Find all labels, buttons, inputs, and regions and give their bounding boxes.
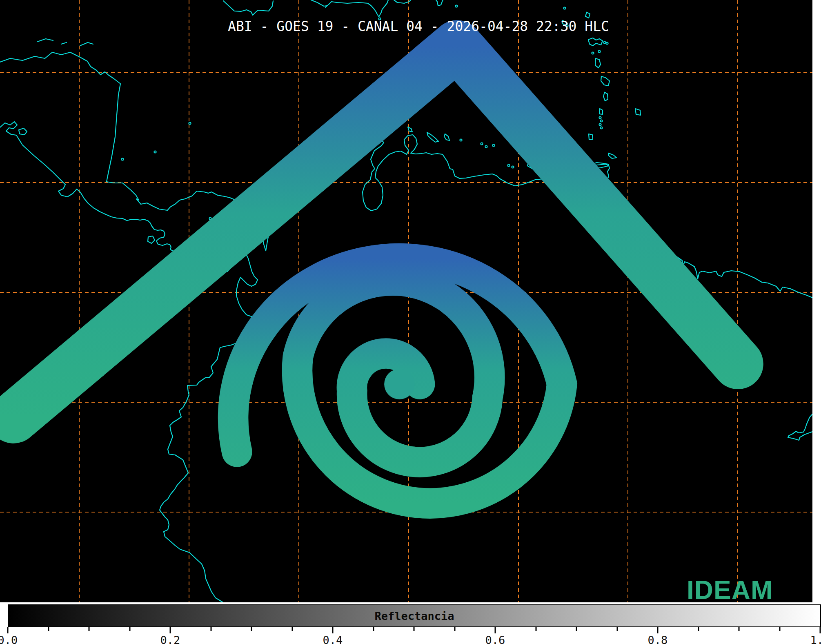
colorbar-axis: 0.00.20.40.60.81.0: [8, 627, 820, 644]
colorbar-major-tick: [170, 627, 171, 633]
colorbar-minor-tick: [373, 627, 374, 631]
colorbar-minor-tick: [739, 627, 740, 631]
colorbar-minor-tick: [616, 627, 618, 631]
ideam-logo-text: IDEAM: [687, 575, 773, 605]
colorbar-tick-label: 0.0: [0, 634, 18, 644]
colorbar-major-tick: [7, 627, 9, 633]
colorbar-tick-label: 1.0: [810, 634, 821, 644]
ideam-swirl-eye-icon: [384, 369, 415, 399]
colorbar-minor-tick: [698, 627, 699, 631]
colorbar-minor-tick: [291, 627, 293, 631]
colorbar-minor-tick: [48, 627, 49, 631]
colorbar-minor-tick: [89, 627, 90, 631]
ideam-logo-icon: [0, 0, 812, 602]
colorbar-major-tick: [657, 627, 659, 633]
colorbar-tick-label: 0.6: [485, 634, 505, 644]
colorbar-tick-label: 0.4: [323, 634, 343, 644]
colorbar-minor-tick: [779, 627, 780, 631]
colorbar-minor-tick: [535, 627, 536, 631]
colorbar-minor-tick: [454, 627, 455, 631]
reflectance-colorbar: Reflectancia: [8, 604, 821, 627]
colorbar-major-tick: [820, 627, 821, 633]
colorbar-tick-label: 0.2: [160, 634, 180, 644]
map-title: ABI - GOES 19 - CANAL 04 - 2026-04-28 22…: [12, 18, 821, 34]
colorbar-minor-tick: [129, 627, 130, 631]
colorbar-minor-tick: [251, 627, 252, 631]
satellite-product-page: ABI - GOES 19 - CANAL 04 - 2026-04-28 22…: [0, 0, 821, 644]
colorbar-major-tick: [332, 627, 334, 633]
colorbar-minor-tick: [210, 627, 211, 631]
colorbar-minor-tick: [414, 627, 415, 631]
colorbar-major-tick: [495, 627, 496, 633]
colorbar-tick-label: 0.8: [648, 634, 668, 644]
colorbar-minor-tick: [576, 627, 577, 631]
satellite-map: ABI - GOES 19 - CANAL 04 - 2026-04-28 22…: [0, 0, 812, 602]
colorbar-label: Reflectancia: [9, 605, 820, 626]
